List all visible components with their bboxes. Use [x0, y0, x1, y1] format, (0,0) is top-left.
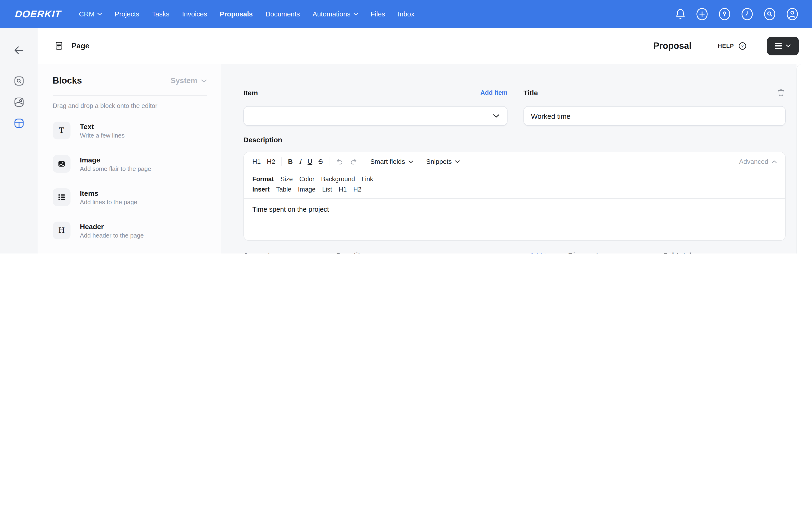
nav-invoices[interactable]: Invoices	[182, 10, 207, 17]
subtotal-label: Subtotal	[663, 251, 691, 253]
chevron-down-icon	[786, 44, 791, 47]
underline-button[interactable]: U	[308, 158, 312, 165]
nav-files[interactable]: Files	[371, 10, 385, 17]
topbar-actions	[675, 7, 799, 20]
format-background[interactable]: Background	[321, 175, 355, 182]
header-block-icon: H	[53, 222, 70, 239]
item-label: Item	[243, 89, 258, 97]
delete-item-button[interactable]	[776, 88, 786, 97]
h2-button[interactable]: H2	[267, 158, 275, 165]
rail-divider	[11, 64, 27, 64]
document-menu-button[interactable]	[767, 36, 799, 55]
nav-documents[interactable]: Documents	[265, 10, 300, 17]
page-title: Page	[71, 42, 90, 50]
proposal-editor: Item Add item Title Description	[221, 64, 797, 253]
plus-circle-icon[interactable]	[696, 7, 709, 20]
description-textarea[interactable]: Time spent on the project	[244, 198, 785, 240]
block-item-header[interactable]: H HeaderAdd header to the page	[53, 222, 207, 239]
add-item-link[interactable]: Add item	[480, 89, 507, 96]
insert-h2[interactable]: H2	[353, 186, 362, 193]
h1-button[interactable]: H1	[252, 158, 261, 165]
layout-blocks-icon-active[interactable]	[13, 117, 25, 129]
format-menu-label: Format	[252, 175, 274, 182]
blocks-panel-title: Blocks	[53, 75, 82, 86]
bold-button[interactable]: B	[288, 158, 293, 165]
nav-tasks[interactable]: Tasks	[152, 10, 169, 17]
item-select[interactable]	[243, 106, 507, 126]
insert-h1[interactable]: H1	[339, 186, 347, 193]
user-circle-icon[interactable]	[786, 7, 799, 20]
image-block-icon	[53, 155, 70, 173]
snippets-dropdown[interactable]: Snippets	[426, 158, 460, 165]
help-button[interactable]: HELP ?	[718, 41, 747, 50]
svg-text:?: ?	[741, 44, 744, 48]
chevron-down-icon	[353, 12, 358, 15]
amount-label: Amount	[243, 251, 270, 253]
question-circle-icon: ?	[738, 41, 747, 50]
nav-proposals[interactable]: Proposals	[220, 10, 253, 17]
blocks-panel: Blocks System Drag and drop a block onto…	[38, 64, 221, 253]
bell-icon[interactable]	[675, 8, 686, 19]
strikethrough-button[interactable]: S	[318, 158, 323, 165]
app-logo[interactable]: DOERKIT	[14, 8, 61, 19]
quantity-label: Quantity	[336, 251, 364, 253]
hamburger-icon	[775, 43, 782, 49]
items-block-icon	[53, 188, 70, 206]
add-tax-link[interactable]: Add tax	[530, 252, 553, 253]
redo-icon[interactable]	[350, 158, 358, 165]
blocks-category-dropdown[interactable]: System	[170, 76, 207, 85]
title-input[interactable]	[523, 106, 786, 126]
image-blocks-icon[interactable]	[13, 96, 25, 108]
back-button[interactable]	[0, 37, 38, 63]
italic-button[interactable]: I	[299, 158, 301, 165]
document-icon	[54, 41, 64, 51]
insert-list[interactable]: List	[322, 186, 332, 193]
nav-inbox[interactable]: Inbox	[398, 10, 414, 17]
main-nav: CRM Projects Tasks Invoices Proposals Do…	[79, 10, 414, 17]
advanced-toggle[interactable]: Advanced	[739, 158, 777, 165]
chevron-down-icon	[97, 12, 102, 15]
description-label: Description	[243, 136, 786, 144]
drag-hint: Drag and drop a block onto the editor	[53, 102, 207, 109]
undo-icon[interactable]	[336, 158, 344, 165]
left-rail	[0, 28, 38, 253]
panel-divider	[53, 95, 207, 96]
nav-crm[interactable]: CRM	[79, 10, 102, 17]
format-color[interactable]: Color	[299, 175, 315, 182]
discount-label: Discount	[568, 251, 598, 253]
smart-fields-dropdown[interactable]: Smart fields	[370, 158, 413, 165]
chevron-down-icon	[201, 79, 207, 82]
description-editor: H1 H2 B I U S Smart fields Snippets Adva…	[243, 152, 786, 241]
title-label: Title	[523, 89, 538, 97]
item-block-1: Item Add item Title Description	[243, 88, 786, 253]
nav-automations[interactable]: Automations	[312, 10, 358, 17]
doc-type-label: Proposal	[653, 41, 692, 51]
insert-table[interactable]: Table	[276, 186, 292, 193]
block-item-items[interactable]: ItemsAdd lines to the page	[53, 188, 207, 206]
topbar: DOERKIT CRM Projects Tasks Invoices Prop…	[0, 0, 812, 28]
search-circle-icon[interactable]	[763, 7, 776, 20]
block-item-image[interactable]: ImageAdd some flair to the page	[53, 155, 207, 173]
clock-circle-icon[interactable]	[741, 7, 754, 20]
text-block-icon: T	[53, 122, 70, 139]
chevron-down-icon	[493, 114, 500, 118]
scroll-gutter[interactable]	[797, 64, 812, 253]
format-size[interactable]: Size	[281, 175, 293, 182]
nav-projects[interactable]: Projects	[115, 10, 139, 17]
tax-label: Tax	[429, 251, 441, 253]
format-link[interactable]: Link	[362, 175, 373, 182]
insert-menu-label: Insert	[252, 186, 270, 193]
insert-image[interactable]: Image	[298, 186, 315, 193]
block-item-text[interactable]: T TextWrite a few lines	[53, 122, 207, 139]
search-blocks-icon[interactable]	[13, 75, 25, 87]
app-window: DOERKIT CRM Projects Tasks Invoices Prop…	[0, 0, 812, 253]
page-header: Page Proposal HELP ?	[38, 28, 812, 64]
keyhole-circle-icon[interactable]	[718, 7, 731, 20]
